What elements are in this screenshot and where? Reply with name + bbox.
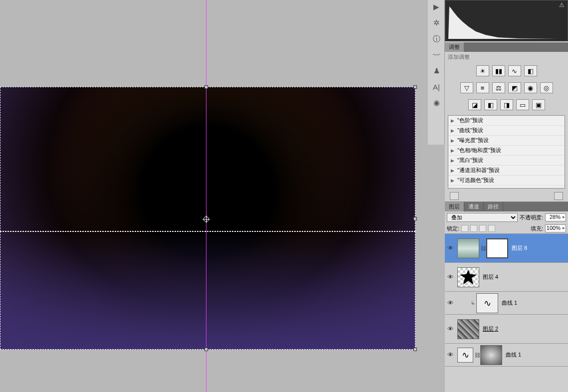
curves-icon[interactable]: ∿ bbox=[508, 65, 521, 76]
layer-row-adjustment[interactable]: 👁 ∿ ⛓ 曲线 1 bbox=[445, 344, 568, 367]
chevron-right-icon: ▶ bbox=[451, 118, 454, 123]
lock-transparent-icon[interactable] bbox=[461, 225, 468, 232]
layers-panel: 图层 通道 路径 叠加 不透明度: 28% 锁定: 填充: 100% 👁 ⛓ bbox=[445, 201, 568, 392]
layer-mask-thumbnail[interactable] bbox=[480, 345, 502, 365]
layer-row[interactable]: 👁 图层 2 bbox=[445, 315, 568, 344]
tab-channels[interactable]: 通道 bbox=[464, 202, 484, 211]
layer-list[interactable]: 👁 ⛓ 图层 8 👁 图层 4 👁 ↳ ∿ 曲线 1 👁 bbox=[445, 234, 568, 392]
posterize-icon[interactable]: ◧ bbox=[484, 99, 497, 110]
preset-selective-color[interactable]: ▶"可选颜色"预设 bbox=[448, 176, 565, 186]
photo-filter-icon[interactable]: ◉ bbox=[524, 82, 537, 93]
black-white-icon[interactable]: ◩ bbox=[508, 82, 521, 93]
exposure-icon[interactable]: ◧ bbox=[524, 65, 537, 76]
transform-center[interactable] bbox=[203, 216, 209, 222]
layer-name[interactable]: 曲线 1 bbox=[504, 351, 568, 359]
adjustments-tab[interactable]: 调整 bbox=[445, 42, 464, 52]
visibility-toggle-icon[interactable]: 👁 bbox=[445, 325, 456, 333]
adjustment-presets-list[interactable]: ▶"色阶"预设 ▶"曲线"预设 ▶"曝光度"预设 ▶"色相/饱和度"预设 ▶"黑… bbox=[448, 115, 565, 189]
layer-thumbnail[interactable] bbox=[457, 319, 479, 339]
chevron-right-icon: ▶ bbox=[451, 168, 454, 173]
preset-exposure[interactable]: ▶"曝光度"预设 bbox=[448, 136, 565, 146]
adjustments-hint: 添加调整 bbox=[445, 52, 568, 62]
adjustments-footer bbox=[445, 191, 568, 201]
adjustment-thumbnail[interactable]: ∿ bbox=[457, 348, 473, 363]
fill-label: 填充: bbox=[531, 225, 543, 232]
transform-handle-top[interactable] bbox=[204, 85, 208, 89]
layer-row-adjustment[interactable]: 👁 ↳ ∿ 曲线 1 bbox=[445, 292, 568, 315]
link-mask-icon[interactable]: ⛓ bbox=[481, 245, 485, 251]
chevron-right-icon: ▶ bbox=[451, 158, 454, 163]
expand-view-icon[interactable] bbox=[554, 192, 563, 200]
text-icon[interactable]: A| bbox=[429, 80, 444, 94]
layers-tabbar: 图层 通道 路径 bbox=[445, 202, 568, 211]
info-icon[interactable]: ⓘ bbox=[429, 32, 444, 46]
histogram-graph bbox=[448, 4, 558, 39]
invert-icon[interactable]: ◪ bbox=[468, 99, 481, 110]
right-panels: ⚠ 调整 添加调整 ☀ ▮▮ ∿ ◧ ▽ ≡ ⚖ ◩ ◉ ◎ ◪ ◧ ◨ ▭ ▣… bbox=[445, 0, 568, 392]
transform-handle-right[interactable] bbox=[413, 217, 417, 220]
gradient-map-icon[interactable]: ▭ bbox=[516, 99, 529, 110]
layer-name[interactable]: 图层 4 bbox=[481, 273, 568, 281]
clip-to-layer-icon[interactable] bbox=[450, 192, 459, 200]
layer-thumbnail[interactable] bbox=[457, 238, 479, 258]
layer-row-selected[interactable]: 👁 ⛓ 图层 8 bbox=[445, 234, 568, 263]
layer-thumbnail[interactable] bbox=[457, 267, 479, 287]
adjustment-thumbnail[interactable]: ∿ bbox=[476, 293, 498, 313]
preset-black-white[interactable]: ▶"黑白"预设 bbox=[448, 156, 565, 166]
visibility-toggle-icon[interactable]: 👁 bbox=[445, 244, 456, 252]
histogram-warning-icon[interactable]: ⚠ bbox=[559, 1, 565, 8]
selective-color-icon[interactable]: ▣ bbox=[532, 99, 545, 110]
svg-marker-0 bbox=[448, 6, 558, 39]
histogram-panel[interactable]: ⚠ bbox=[445, 0, 568, 41]
visibility-toggle-icon[interactable]: 👁 bbox=[445, 351, 456, 359]
adjustments-tabbar: 调整 bbox=[445, 42, 568, 52]
preset-channel-mixer[interactable]: ▶"通道混和器"预设 bbox=[448, 166, 565, 176]
threshold-icon[interactable]: ◨ bbox=[500, 99, 513, 110]
lock-all-icon[interactable] bbox=[488, 225, 495, 232]
visibility-toggle-icon[interactable]: 👁 bbox=[445, 299, 456, 307]
compass-icon[interactable]: ✲ bbox=[429, 16, 444, 30]
brightness-contrast-icon[interactable]: ☀ bbox=[476, 65, 489, 76]
transform-handle-bottom[interactable] bbox=[204, 348, 208, 351]
preset-hue-saturation[interactable]: ▶"色相/饱和度"预设 bbox=[448, 146, 565, 156]
play-icon[interactable]: ▶ bbox=[429, 0, 444, 14]
layer-name[interactable]: 图层 8 bbox=[510, 244, 568, 252]
camera-icon[interactable]: ◉ bbox=[429, 96, 444, 110]
transform-handle-bottom-right[interactable] bbox=[413, 348, 417, 351]
canvas-area[interactable] bbox=[0, 0, 427, 392]
fill-field[interactable]: 100% bbox=[545, 224, 566, 232]
layer-name[interactable]: 图层 2 bbox=[481, 325, 568, 333]
vertical-guide[interactable] bbox=[206, 0, 206, 392]
vibrance-icon[interactable]: ▽ bbox=[460, 82, 473, 93]
clone-icon[interactable]: ♟ bbox=[429, 64, 444, 78]
chevron-right-icon: ▶ bbox=[451, 148, 454, 153]
hue-sat-icon[interactable]: ≡ bbox=[476, 82, 489, 93]
blend-mode-select[interactable]: 叠加 bbox=[447, 213, 518, 222]
visibility-toggle-icon[interactable]: 👁 bbox=[445, 273, 456, 281]
color-balance-icon[interactable]: ⚖ bbox=[492, 82, 505, 93]
channel-mixer-icon[interactable]: ◎ bbox=[540, 82, 553, 93]
link-mask-icon[interactable]: ⛓ bbox=[475, 352, 479, 358]
transform-handle-top-right[interactable] bbox=[413, 85, 417, 89]
chevron-right-icon: ▶ bbox=[451, 138, 454, 143]
layer-name[interactable]: 曲线 1 bbox=[500, 299, 568, 307]
brush-icon[interactable]: 〰 bbox=[429, 48, 444, 62]
opacity-field[interactable]: 28% bbox=[545, 213, 566, 221]
selection-marquee bbox=[0, 87, 415, 231]
lock-position-icon[interactable] bbox=[479, 225, 486, 232]
adjustments-row-2: ▽ ≡ ⚖ ◩ ◉ ◎ bbox=[445, 79, 568, 96]
lock-label: 锁定: bbox=[447, 225, 459, 232]
adjustments-row-3: ◪ ◧ ◨ ▭ ▣ bbox=[445, 96, 568, 113]
levels-icon[interactable]: ▮▮ bbox=[492, 65, 505, 76]
opacity-label: 不透明度: bbox=[520, 214, 543, 221]
preset-curves[interactable]: ▶"曲线"预设 bbox=[448, 126, 565, 136]
lock-pixels-icon[interactable] bbox=[470, 225, 477, 232]
layer-row[interactable]: 👁 图层 4 bbox=[445, 263, 568, 292]
adjustments-row-1: ☀ ▮▮ ∿ ◧ bbox=[445, 62, 568, 79]
tab-layers[interactable]: 图层 bbox=[445, 202, 464, 211]
preset-levels[interactable]: ▶"色阶"预设 bbox=[448, 116, 565, 126]
layer-mask-thumbnail[interactable] bbox=[486, 238, 508, 258]
layer-lock-row: 锁定: 填充: 100% bbox=[445, 223, 568, 234]
clip-indicator-icon: ↳ bbox=[471, 300, 475, 306]
tab-paths[interactable]: 路径 bbox=[484, 202, 503, 211]
